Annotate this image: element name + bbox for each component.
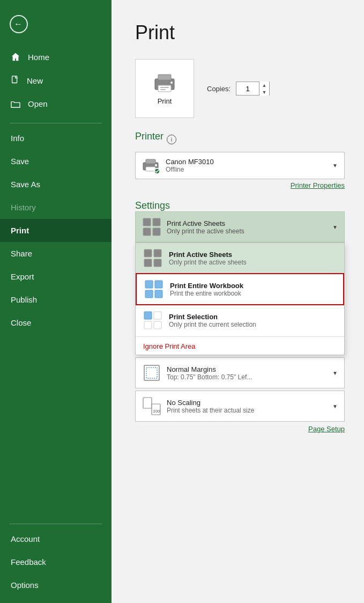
sidebar-bottom: Account Feedback Options	[0, 520, 112, 603]
sidebar-item-home[interactable]: Home	[0, 45, 112, 69]
sidebar-divider-1	[10, 123, 102, 123]
scaling-icon: 100	[142, 396, 161, 416]
printer-icon	[153, 72, 176, 93]
sidebar-item-publish[interactable]: Publish	[0, 288, 112, 311]
settings-popup: Print Active Sheets Only print the activ…	[135, 242, 345, 355]
copies-section: Copies: ▲ ▼	[207, 82, 270, 95]
scaling-row[interactable]: 100 No Scaling Print sheets at their act…	[135, 391, 345, 422]
printer-section: Printer i Canon MF3010 Offline	[135, 131, 345, 189]
print-action-section: Print Copies: ▲ ▼	[135, 59, 345, 118]
svg-rect-2	[158, 75, 171, 80]
sidebar-item-export[interactable]: Export	[0, 265, 112, 288]
popup-item-active-sheets[interactable]: Print Active Sheets Only print the activ…	[136, 243, 344, 273]
active-sheets-icon	[142, 217, 161, 237]
sidebar-item-share[interactable]: Share	[0, 242, 112, 265]
popup-workbook-icon	[144, 280, 164, 299]
settings-section-heading: Settings	[135, 200, 170, 211]
svg-rect-25	[144, 321, 152, 329]
svg-rect-8	[146, 159, 155, 164]
sidebar-item-info[interactable]: Info	[0, 127, 112, 150]
sidebar-item-account[interactable]: Account	[0, 527, 112, 550]
popup-active-sheets-text: Print Active Sheets Only print the activ…	[169, 251, 247, 266]
popup-divider	[136, 336, 344, 337]
settings-dropdown-text: Print Active Sheets Only print the activ…	[167, 219, 327, 235]
svg-rect-3	[158, 85, 171, 92]
sidebar-item-open[interactable]: Open	[0, 92, 112, 115]
open-folder-icon	[11, 100, 20, 108]
svg-rect-11	[143, 218, 151, 226]
copies-spinners: ▲ ▼	[259, 82, 269, 95]
svg-rect-16	[154, 249, 161, 257]
popup-active-sheets-icon	[143, 248, 162, 268]
scaling-text: No Scaling Print sheets at their actual …	[167, 399, 327, 414]
printer-info: Canon MF3010 Offline	[166, 158, 326, 173]
svg-rect-12	[153, 218, 160, 226]
sidebar-nav-top: Home New Open	[0, 43, 112, 120]
sidebar: ← Home New Open Info Save S	[0, 0, 112, 603]
settings-dropdown-trigger[interactable]: Print Active Sheets Only print the activ…	[135, 211, 345, 242]
sidebar-item-save[interactable]: Save	[0, 150, 112, 173]
page-title: Print	[135, 21, 345, 44]
svg-point-6	[170, 82, 173, 84]
copies-label: Copies:	[207, 85, 231, 93]
copies-spin-down[interactable]: ▼	[259, 89, 269, 95]
popup-selection-text: Print Selection Only print the current s…	[169, 313, 256, 328]
printer-icon-wrap	[142, 158, 159, 173]
printer-status-dot	[154, 168, 160, 174]
sidebar-item-new[interactable]: New	[0, 69, 112, 92]
margins-icon	[142, 363, 161, 383]
svg-rect-23	[144, 312, 152, 319]
margins-text: Normal Margins Top: 0.75" Bottom: 0.75" …	[167, 365, 327, 381]
sidebar-item-close[interactable]: Close	[0, 311, 112, 334]
ignore-print-area[interactable]: Ignore Print Area	[136, 338, 344, 355]
printer-properties-link[interactable]: Printer Properties	[135, 181, 345, 189]
sidebar-item-history: History	[0, 196, 112, 219]
svg-rect-22	[155, 290, 162, 298]
printer-status: Offline	[166, 166, 326, 173]
printer-section-heading: Printer	[135, 131, 164, 142]
back-arrow-icon: ←	[14, 20, 23, 28]
copies-input-wrap: ▲ ▼	[236, 82, 270, 95]
svg-rect-5	[160, 89, 166, 90]
svg-rect-13	[143, 228, 151, 236]
popup-item-selection[interactable]: Print Selection Only print the current s…	[136, 305, 344, 335]
svg-point-10	[155, 164, 157, 166]
sidebar-divider-2	[10, 524, 102, 524]
svg-rect-17	[144, 259, 152, 267]
print-button[interactable]: Print	[135, 59, 194, 118]
main-content: Print Print Copies: ▲ ▼	[112, 0, 364, 603]
sidebar-item-print[interactable]: Print	[0, 219, 112, 242]
new-doc-icon	[11, 76, 19, 85]
svg-rect-14	[153, 228, 160, 236]
svg-rect-26	[154, 321, 161, 329]
settings-dropdown-arrow: ▼	[332, 224, 338, 230]
svg-rect-28	[146, 367, 157, 378]
settings-section: Settings Print Active Sheets Only print …	[135, 200, 345, 433]
back-button[interactable]: ←	[0, 0, 112, 43]
copies-spin-up[interactable]: ▲	[259, 82, 269, 89]
popup-selection-icon	[143, 311, 162, 330]
svg-rect-4	[160, 87, 169, 88]
svg-text:100: 100	[153, 409, 160, 414]
back-circle-icon: ←	[10, 15, 28, 33]
home-icon	[11, 52, 20, 62]
svg-rect-20	[155, 281, 162, 288]
printer-dropdown-arrow: ▼	[332, 163, 338, 168]
scaling-dropdown-arrow: ▼	[332, 403, 338, 409]
margins-row[interactable]: Normal Margins Top: 0.75" Bottom: 0.75" …	[135, 357, 345, 388]
svg-rect-15	[144, 249, 152, 257]
margins-dropdown-arrow: ▼	[332, 370, 338, 376]
sidebar-label-new: New	[27, 76, 43, 85]
svg-rect-24	[154, 312, 161, 319]
sidebar-item-options[interactable]: Options	[0, 573, 112, 597]
sidebar-label-home: Home	[28, 53, 49, 62]
svg-rect-21	[145, 290, 153, 298]
svg-rect-18	[154, 259, 161, 267]
popup-item-entire-workbook[interactable]: Print Entire Workbook Print the entire w…	[136, 273, 344, 305]
sidebar-item-save-as[interactable]: Save As	[0, 173, 112, 196]
printer-dropdown[interactable]: Canon MF3010 Offline ▼	[135, 152, 345, 179]
copies-input[interactable]	[236, 82, 259, 95]
sidebar-item-feedback[interactable]: Feedback	[0, 550, 112, 573]
info-icon[interactable]: i	[167, 135, 176, 144]
page-setup-link[interactable]: Page Setup	[135, 425, 345, 433]
